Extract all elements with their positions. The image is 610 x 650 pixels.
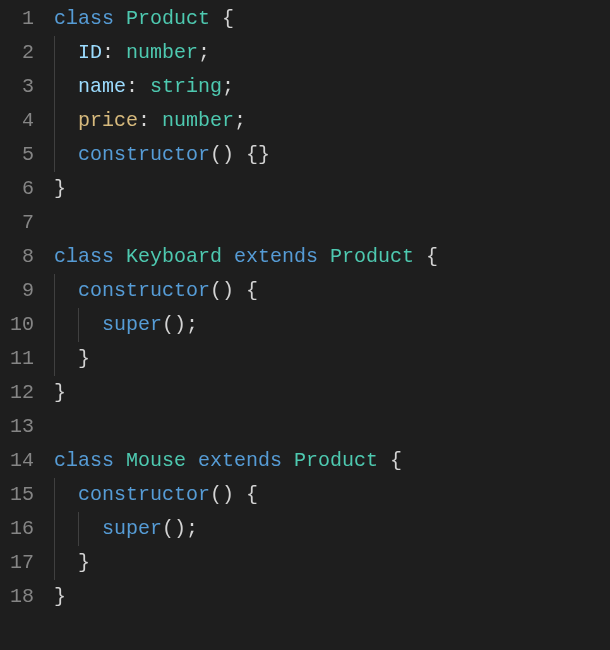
- indent-guide: [78, 308, 79, 342]
- code-line[interactable]: price: number;: [54, 104, 610, 138]
- indent: [54, 546, 78, 580]
- code-line[interactable]: constructor() {}: [54, 138, 610, 172]
- code-token: }: [54, 172, 66, 206]
- code-line[interactable]: constructor() {: [54, 274, 610, 308]
- code-token: ;: [198, 36, 210, 70]
- code-token: ();: [162, 308, 198, 342]
- code-line[interactable]: }: [54, 376, 610, 410]
- indent: [54, 512, 102, 546]
- line-number: 7: [10, 206, 34, 240]
- code-token: :: [126, 70, 150, 104]
- indent-guide: [54, 70, 55, 104]
- line-number-gutter: 123456789101112131415161718: [0, 0, 54, 650]
- code-token: }: [78, 342, 90, 376]
- code-token: :: [138, 104, 162, 138]
- line-number: 13: [10, 410, 34, 444]
- code-token: class: [54, 240, 126, 274]
- line-number: 14: [10, 444, 34, 478]
- code-token: constructor: [78, 138, 210, 172]
- code-token: Mouse: [126, 444, 198, 478]
- line-number: 10: [10, 308, 34, 342]
- code-token: {: [426, 240, 438, 274]
- code-line[interactable]: }: [54, 172, 610, 206]
- line-number: 6: [10, 172, 34, 206]
- code-line[interactable]: class Mouse extends Product {: [54, 444, 610, 478]
- line-number: 9: [10, 274, 34, 308]
- indent: [54, 36, 78, 70]
- code-token: price: [78, 104, 138, 138]
- indent: [54, 478, 78, 512]
- code-token: number: [126, 36, 198, 70]
- code-token: (): [210, 478, 246, 512]
- indent-guide: [54, 512, 55, 546]
- indent-guide: [54, 138, 55, 172]
- code-editor[interactable]: 123456789101112131415161718 class Produc…: [0, 0, 610, 650]
- code-line[interactable]: [54, 206, 610, 240]
- line-number: 11: [10, 342, 34, 376]
- code-token: {: [390, 444, 402, 478]
- indent-guide: [54, 546, 55, 580]
- code-line[interactable]: class Product {: [54, 2, 610, 36]
- code-token: string: [150, 70, 222, 104]
- code-token: extends: [234, 240, 330, 274]
- code-token: (): [210, 138, 246, 172]
- indent: [54, 342, 78, 376]
- code-token: (): [210, 274, 246, 308]
- code-token: constructor: [78, 274, 210, 308]
- code-token: Product: [294, 444, 390, 478]
- indent-guide: [78, 512, 79, 546]
- indent-guide: [54, 104, 55, 138]
- code-token: :: [102, 36, 126, 70]
- code-token: constructor: [78, 478, 210, 512]
- code-token: class: [54, 444, 126, 478]
- code-line[interactable]: }: [54, 580, 610, 614]
- line-number: 12: [10, 376, 34, 410]
- code-token: extends: [198, 444, 294, 478]
- code-line[interactable]: }: [54, 342, 610, 376]
- indent-guide: [54, 36, 55, 70]
- code-token: }: [78, 546, 90, 580]
- code-line[interactable]: constructor() {: [54, 478, 610, 512]
- code-token: Product: [330, 240, 426, 274]
- line-number: 4: [10, 104, 34, 138]
- line-number: 1: [10, 2, 34, 36]
- code-line[interactable]: super();: [54, 512, 610, 546]
- code-area[interactable]: class Product {ID: number;name: string;p…: [54, 0, 610, 650]
- line-number: 5: [10, 138, 34, 172]
- indent: [54, 274, 78, 308]
- code-token: class: [54, 2, 126, 36]
- code-token: ;: [234, 104, 246, 138]
- code-token: Product: [126, 2, 222, 36]
- code-token: ID: [78, 36, 102, 70]
- code-line[interactable]: }: [54, 546, 610, 580]
- code-token: number: [162, 104, 234, 138]
- code-token: Keyboard: [126, 240, 234, 274]
- indent: [54, 308, 102, 342]
- code-token: ();: [162, 512, 198, 546]
- indent-guide: [54, 342, 55, 376]
- code-token: }: [54, 580, 66, 614]
- code-line[interactable]: super();: [54, 308, 610, 342]
- code-token: ;: [222, 70, 234, 104]
- indent-guide: [54, 478, 55, 512]
- indent: [54, 104, 78, 138]
- code-token: super: [102, 308, 162, 342]
- code-line[interactable]: name: string;: [54, 70, 610, 104]
- code-line[interactable]: ID: number;: [54, 36, 610, 70]
- line-number: 8: [10, 240, 34, 274]
- code-line[interactable]: class Keyboard extends Product {: [54, 240, 610, 274]
- indent: [54, 70, 78, 104]
- line-number: 2: [10, 36, 34, 70]
- indent-guide: [54, 308, 55, 342]
- code-token: }: [54, 376, 66, 410]
- code-line[interactable]: [54, 410, 610, 444]
- line-number: 17: [10, 546, 34, 580]
- indent-guide: [54, 274, 55, 308]
- line-number: 18: [10, 580, 34, 614]
- code-token: name: [78, 70, 126, 104]
- code-token: {: [222, 2, 234, 36]
- line-number: 16: [10, 512, 34, 546]
- code-token: {}: [246, 138, 270, 172]
- line-number: 15: [10, 478, 34, 512]
- indent: [54, 138, 78, 172]
